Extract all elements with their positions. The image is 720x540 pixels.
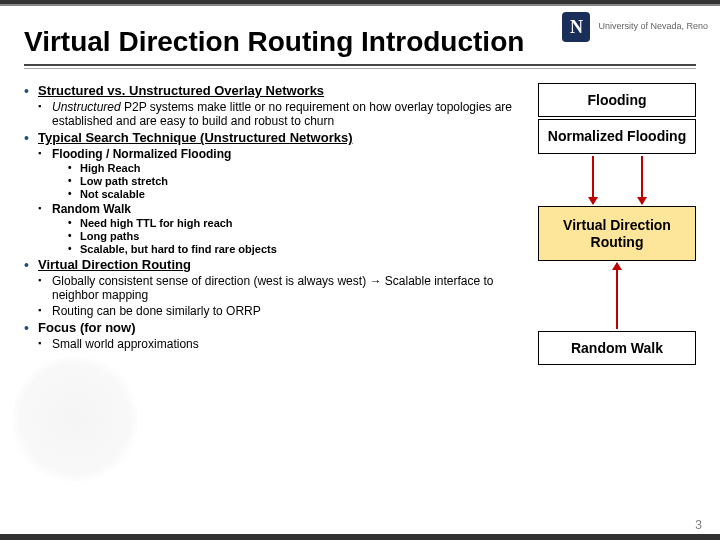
box-random-walk: Random Walk bbox=[538, 331, 696, 365]
box-flooding: Flooding bbox=[538, 83, 696, 117]
bottom-bar bbox=[0, 534, 720, 540]
arrow-down-icon bbox=[641, 156, 643, 204]
diagram-column: Flooding Normalized Flooding Virtual Dir… bbox=[538, 83, 696, 367]
box-normalized-flooding: Normalized Flooding bbox=[538, 119, 696, 154]
arrow-down-icon bbox=[592, 156, 594, 204]
logo-n-icon: N bbox=[562, 12, 590, 42]
sub-globally-consistent: Globally consistent sense of direction (… bbox=[38, 274, 524, 302]
pt-not-scalable: Not scalable bbox=[52, 188, 524, 200]
bullet-structured-vs-unstructured: Structured vs. Unstructured Overlay Netw… bbox=[24, 83, 524, 128]
title-rule-1 bbox=[24, 64, 696, 66]
sub-small-world: Small world approximations bbox=[38, 337, 524, 351]
pt-high-reach: High Reach bbox=[52, 162, 524, 174]
logo-text: University of Nevada, Reno bbox=[598, 22, 708, 32]
university-logo: N University of Nevada, Reno bbox=[562, 12, 708, 42]
page-number: 3 bbox=[695, 518, 702, 532]
pt-long-paths: Long paths bbox=[52, 230, 524, 242]
pt-need-high-ttl: Need high TTL for high reach bbox=[52, 217, 524, 229]
arrow-up-icon bbox=[616, 263, 618, 329]
arrows-down-pair bbox=[538, 156, 696, 206]
content-area: Structured vs. Unstructured Overlay Netw… bbox=[0, 69, 720, 367]
arrow-up-single bbox=[538, 263, 696, 331]
pt-scalable-hard-rare: Scalable, but hard to find rare objects bbox=[52, 243, 524, 255]
sub-random-walk: Random Walk Need high TTL for high reach… bbox=[38, 202, 524, 255]
bullet-focus: Focus (for now) Small world approximatio… bbox=[24, 320, 524, 351]
sub-flooding: Flooding / Normalized Flooding High Reac… bbox=[38, 147, 524, 200]
bullet-column: Structured vs. Unstructured Overlay Netw… bbox=[24, 83, 524, 367]
pt-low-path-stretch: Low path stretch bbox=[52, 175, 524, 187]
sub-unstructured-p2p: Unstructured P2P systems make little or … bbox=[38, 100, 524, 128]
bullet-typical-search: Typical Search Technique (Unstructured N… bbox=[24, 130, 524, 255]
sub-routing-orrp: Routing can be done similarly to ORRP bbox=[38, 304, 524, 318]
watermark-seal bbox=[10, 354, 140, 484]
box-vdr: Virtual Direction Routing bbox=[538, 206, 696, 262]
bullet-vdr: Virtual Direction Routing Globally consi… bbox=[24, 257, 524, 318]
